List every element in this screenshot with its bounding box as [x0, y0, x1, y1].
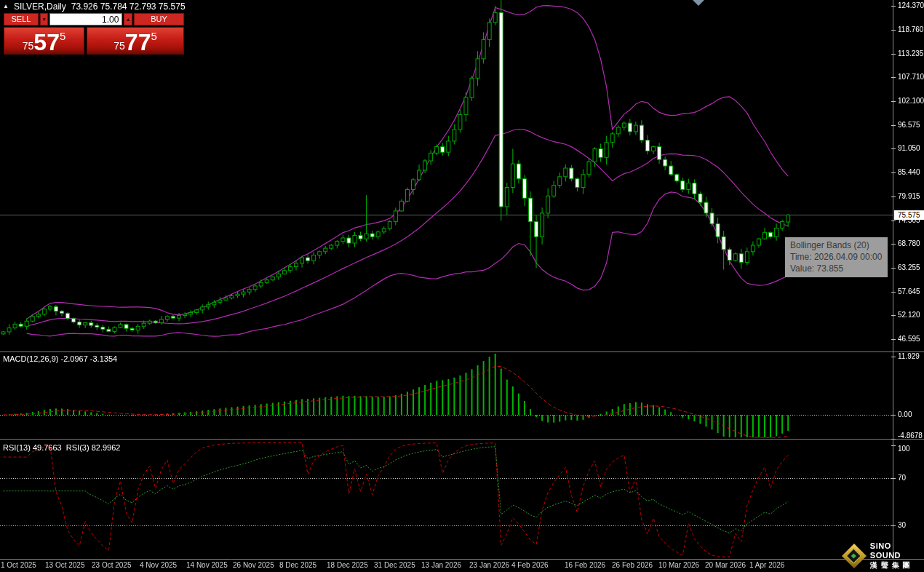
date-axis-label: 23 Jan 2026	[469, 561, 509, 569]
macd-indicator-label: MACD(12,26,9) -2.0967 -3.1354	[3, 354, 117, 363]
date-axis-label: 18 Dec 2025	[327, 561, 368, 569]
macd-axis-label: 11.929	[898, 352, 920, 361]
price-axis-label: 96.575	[898, 121, 920, 130]
symbol-ohlc-values: 73.926 75.784 72.793 75.575	[71, 1, 186, 12]
buy-button[interactable]: BUY	[134, 13, 184, 25]
buy-price-pip: 5	[151, 31, 156, 41]
date-axis-label: 26 Nov 2025	[233, 561, 274, 569]
date-axis-label: 13 Oct 2025	[45, 561, 84, 569]
date-axis-label: 1 Apr 2026	[749, 561, 784, 569]
chevron-down-icon[interactable]	[693, 0, 704, 6]
sell-price-tile[interactable]: 75575	[4, 27, 84, 55]
price-axis-label: 57.645	[898, 287, 920, 296]
price-axis-label: 63.255	[898, 263, 920, 272]
symbol-header: ▲ SILVER,Daily 73.926 75.784 72.793 75.5…	[3, 1, 186, 12]
macd-axis-label: -4.8678	[898, 432, 923, 440]
price-axis-label: 91.050	[898, 144, 920, 153]
date-axis-label: 16 Feb 2026	[565, 561, 605, 569]
sell-button[interactable]: SELL	[4, 13, 39, 25]
buy-price-main: 77	[125, 31, 151, 53]
logo-diamond-icon	[842, 544, 867, 568]
trade-controls-row: SELL ▼ ▲ BUY	[4, 13, 184, 25]
one-click-trading-panel: SELL ▼ ▲ BUY 75575 75775	[4, 13, 184, 55]
date-axis-label: 8 Dec 2025	[279, 561, 316, 569]
tooltip-time: Time: 2026.04.09 00:00	[790, 251, 882, 263]
price-tiles: 75575 75775	[4, 27, 184, 55]
date-axis-label: 20 Mar 2026	[705, 561, 746, 569]
tooltip-value: Value: 73.855	[790, 263, 882, 274]
date-axis-label: 31 Dec 2025	[374, 561, 415, 569]
price-axis-label: 79.915	[898, 192, 920, 201]
current-price-badge: 75.575	[894, 210, 924, 220]
tooltip-title: Bollinger Bands (20)	[790, 239, 882, 251]
rsi-indicator-label: RSI(13) 49.7663 RSI(3) 82.9962	[3, 443, 120, 452]
date-axis-label: 4 Feb 2026	[511, 561, 549, 569]
price-axis-label: 124.370	[898, 1, 924, 10]
logo-name: SiNO SOUND	[870, 541, 924, 560]
price-axis-label: 85.440	[898, 168, 920, 177]
price-axis-label: 46.595	[898, 335, 920, 343]
date-axis-label: 1 Oct 2025	[1, 561, 36, 569]
collapse-triangle-icon[interactable]: ▲	[3, 2, 9, 11]
rsi-axis-label: 30	[898, 521, 906, 530]
price-axis-label: 52.120	[898, 311, 920, 319]
volume-input[interactable]	[49, 13, 122, 25]
logo-chinese-name: 漢聲集團	[870, 560, 924, 570]
date-axis-label: 10 Mar 2026	[658, 561, 699, 569]
date-axis-label: 23 Oct 2025	[92, 561, 131, 569]
volume-increase-button[interactable]: ▲	[124, 13, 132, 25]
sell-price-pip: 5	[60, 31, 65, 41]
sell-price-prefix: 75	[23, 41, 34, 51]
rsi-axis-label: 70	[898, 474, 906, 482]
volume-decrease-button[interactable]: ▼	[40, 13, 49, 25]
rsi-axis-label: 100	[898, 445, 910, 453]
indicator-tooltip: Bollinger Bands (20) Time: 2026.04.09 00…	[785, 237, 888, 277]
price-axis-label: 102.100	[898, 97, 924, 106]
sino-sound-logo: SiNO SOUND 漢聲集團	[841, 541, 924, 570]
price-axis-label: 113.235	[898, 49, 923, 58]
price-axis-label: 107.710	[898, 73, 924, 82]
buy-price-prefix: 75	[113, 41, 125, 51]
price-axis-label: 68.780	[898, 239, 920, 248]
symbol-name: SILVER,Daily	[14, 1, 66, 12]
date-axis-label: 13 Jan 2026	[421, 561, 461, 569]
price-axis-label: 118.760	[898, 25, 923, 34]
sell-price-main: 57	[33, 31, 60, 53]
date-axis-label: 14 Nov 2025	[186, 561, 228, 569]
chart-canvas[interactable]	[0, 0, 924, 572]
buy-price-tile[interactable]: 75775	[87, 27, 184, 55]
date-axis-label: 4 Nov 2025	[140, 561, 177, 569]
macd-axis-label: 0.00	[898, 410, 912, 419]
date-axis-label: 26 Feb 2026	[612, 561, 653, 569]
